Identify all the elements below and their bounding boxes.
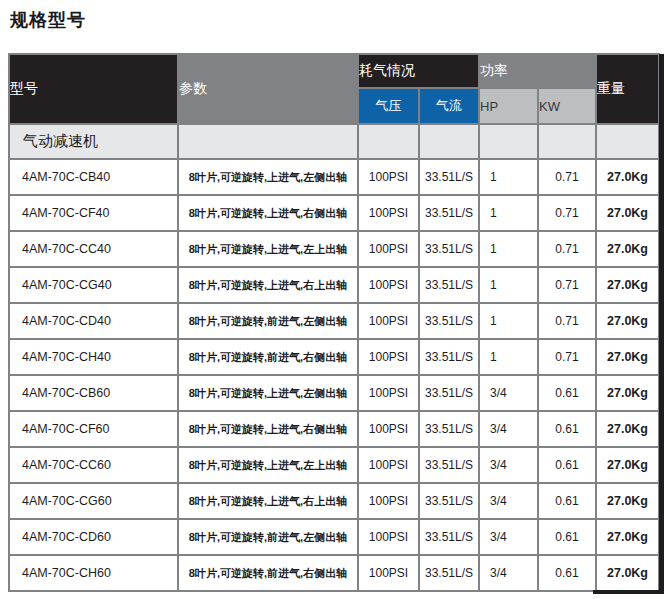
weight-cell: 27.0Kg (596, 519, 659, 555)
params-cell: 8叶片,可逆旋转,上进气,右上出轴 (178, 483, 358, 519)
model-cell: 4AM-70C-CD60 (9, 519, 178, 555)
pressure-cell: 100PSI (358, 303, 419, 339)
weight-cell: 27.0Kg (596, 231, 659, 267)
pressure-cell: 100PSI (358, 411, 419, 447)
table-row: 4AM-70C-CH60 8叶片,可逆旋转,前进气,右侧出轴 100PSI 33… (9, 555, 659, 591)
params-cell: 8叶片,可逆旋转,上进气,左侧出轴 (178, 375, 358, 411)
flow-cell: 33.51L/S (419, 195, 479, 231)
flow-cell: 33.51L/S (419, 483, 479, 519)
model-cell: 4AM-70C-CH60 (9, 555, 178, 591)
params-cell: 8叶片,可逆旋转,上进气,左上出轴 (178, 447, 358, 483)
kw-cell: 0.71 (538, 339, 596, 375)
pressure-cell: 100PSI (358, 339, 419, 375)
page-title: 规格型号 (10, 8, 86, 32)
pressure-cell: 100PSI (358, 231, 419, 267)
table-row: 4AM-70C-CG40 8叶片,可逆旋转,上进气,右上出轴 100PSI 33… (9, 267, 659, 303)
flow-cell: 33.51L/S (419, 447, 479, 483)
hp-cell: 1 (479, 303, 538, 339)
kw-cell: 0.71 (538, 195, 596, 231)
table-row: 4AM-70C-CF60 8叶片,可逆旋转,上进气,右侧出轴 100PSI 33… (9, 411, 659, 447)
kw-cell: 0.61 (538, 483, 596, 519)
model-cell: 4AM-70C-CB60 (9, 375, 178, 411)
weight-cell: 27.0Kg (596, 267, 659, 303)
hp-cell: 1 (479, 231, 538, 267)
table-row: 4AM-70C-CH40 8叶片,可逆旋转,前进气,右侧出轴 100PSI 33… (9, 339, 659, 375)
flow-cell: 33.51L/S (419, 339, 479, 375)
hp-cell: 1 (479, 339, 538, 375)
section-empty-cell (178, 124, 358, 159)
model-cell: 4AM-70C-CF40 (9, 195, 178, 231)
model-cell: 4AM-70C-CC40 (9, 231, 178, 267)
model-cell: 4AM-70C-CB40 (9, 159, 178, 195)
col-header-model: 型号 (9, 54, 178, 124)
pressure-cell: 100PSI (358, 447, 419, 483)
params-cell: 8叶片,可逆旋转,前进气,左侧出轴 (178, 519, 358, 555)
hp-cell: 3/4 (479, 375, 538, 411)
col-header-weight: 重量 (596, 54, 659, 124)
kw-cell: 0.61 (538, 375, 596, 411)
table-row: 4AM-70C-CC60 8叶片,可逆旋转,上进气,左上出轴 100PSI 33… (9, 447, 659, 483)
table-row: 4AM-70C-CC40 8叶片,可逆旋转,上进气,左上出轴 100PSI 33… (9, 231, 659, 267)
hp-cell: 1 (479, 159, 538, 195)
col-header-params: 参数 (178, 54, 358, 124)
section-empty-cell (596, 124, 659, 159)
pressure-cell: 100PSI (358, 195, 419, 231)
pressure-cell: 100PSI (358, 519, 419, 555)
model-cell: 4AM-70C-CG60 (9, 483, 178, 519)
params-cell: 8叶片,可逆旋转,上进气,左上出轴 (178, 231, 358, 267)
hp-cell: 3/4 (479, 555, 538, 591)
params-cell: 8叶片,可逆旋转,前进气,右侧出轴 (178, 339, 358, 375)
hp-cell: 1 (479, 267, 538, 303)
pressure-cell: 100PSI (358, 483, 419, 519)
hp-cell: 3/4 (479, 411, 538, 447)
hp-cell: 3/4 (479, 447, 538, 483)
hp-cell: 3/4 (479, 519, 538, 555)
weight-cell: 27.0Kg (596, 159, 659, 195)
params-cell: 8叶片,可逆旋转,前进气,左侧出轴 (178, 303, 358, 339)
kw-cell: 0.71 (538, 303, 596, 339)
hp-cell: 1 (479, 195, 538, 231)
model-cell: 4AM-70C-CF60 (9, 411, 178, 447)
model-cell: 4AM-70C-CG40 (9, 267, 178, 303)
table-row: 4AM-70C-CB40 8叶片,可逆旋转,上进气,左侧出轴 100PSI 33… (9, 159, 659, 195)
model-cell: 4AM-70C-CH40 (9, 339, 178, 375)
model-cell: 4AM-70C-CD40 (9, 303, 178, 339)
kw-cell: 0.71 (538, 267, 596, 303)
pressure-cell: 100PSI (358, 375, 419, 411)
flow-cell: 33.51L/S (419, 411, 479, 447)
params-cell: 8叶片,可逆旋转,上进气,左侧出轴 (178, 159, 358, 195)
hp-cell: 3/4 (479, 483, 538, 519)
col-header-air-consumption: 耗气情况 (358, 54, 479, 88)
flow-cell: 33.51L/S (419, 375, 479, 411)
table-row: 4AM-70C-CB60 8叶片,可逆旋转,上进气,左侧出轴 100PSI 33… (9, 375, 659, 411)
pressure-cell: 100PSI (358, 555, 419, 591)
flow-cell: 33.51L/S (419, 555, 479, 591)
kw-cell: 0.61 (538, 447, 596, 483)
weight-cell: 27.0Kg (596, 555, 659, 591)
weight-cell: 27.0Kg (596, 303, 659, 339)
kw-cell: 0.61 (538, 411, 596, 447)
col-header-power: 功率 (479, 54, 596, 88)
weight-cell: 27.0Kg (596, 411, 659, 447)
weight-cell: 27.0Kg (596, 483, 659, 519)
flow-cell: 33.51L/S (419, 159, 479, 195)
weight-cell: 27.0Kg (596, 375, 659, 411)
section-row: 气动减速机 (9, 124, 659, 159)
spec-table: 型号 参数 耗气情况 功率 重量 气压 气流 HP KW 气动减速机 4AM-7… (8, 53, 660, 592)
pressure-cell: 100PSI (358, 267, 419, 303)
kw-cell: 0.71 (538, 231, 596, 267)
section-label: 气动减速机 (9, 124, 178, 159)
kw-cell: 0.61 (538, 519, 596, 555)
table-row: 4AM-70C-CD60 8叶片,可逆旋转,前进气,左侧出轴 100PSI 33… (9, 519, 659, 555)
table-row: 4AM-70C-CF40 8叶片,可逆旋转,上进气,右侧出轴 100PSI 33… (9, 195, 659, 231)
flow-cell: 33.51L/S (419, 231, 479, 267)
params-cell: 8叶片,可逆旋转,上进气,右侧出轴 (178, 411, 358, 447)
weight-cell: 27.0Kg (596, 195, 659, 231)
col-header-air-flow: 气流 (419, 88, 479, 124)
col-header-kw: KW (538, 88, 596, 124)
params-cell: 8叶片,可逆旋转,上进气,右上出轴 (178, 267, 358, 303)
kw-cell: 0.71 (538, 159, 596, 195)
model-cell: 4AM-70C-CC60 (9, 447, 178, 483)
flow-cell: 33.51L/S (419, 519, 479, 555)
pressure-cell: 100PSI (358, 159, 419, 195)
